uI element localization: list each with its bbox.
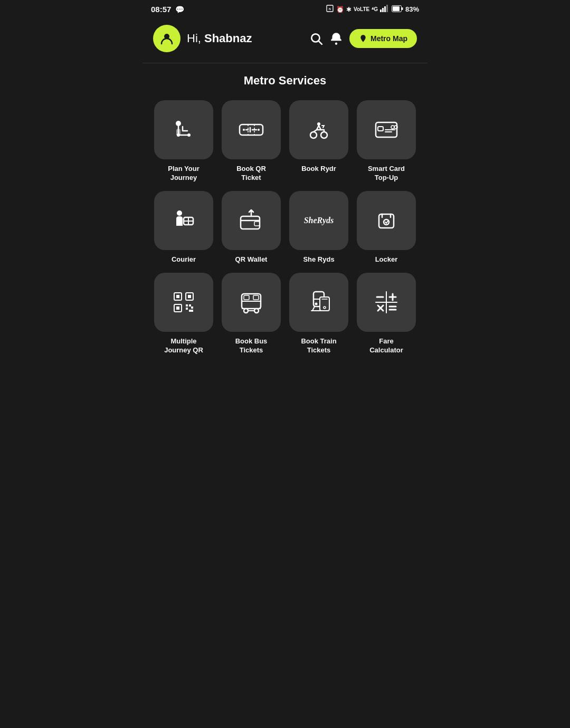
whatsapp-icon: 💬 <box>175 5 184 14</box>
battery-percent: 83% <box>405 5 419 13</box>
svg-rect-53 <box>244 295 249 300</box>
username: Shabnaz <box>204 32 252 45</box>
alarm-icon: ⏰ <box>336 6 344 13</box>
svg-rect-49 <box>189 310 191 312</box>
svg-text:N: N <box>329 7 331 11</box>
svg-rect-3 <box>382 8 384 12</box>
qr-wallet-label: QR Wallet <box>235 255 268 264</box>
svg-point-19 <box>258 129 260 131</box>
search-button[interactable] <box>309 32 323 45</box>
service-locker[interactable]: Locker <box>356 191 417 264</box>
multiple-journey-icon-box <box>154 273 213 332</box>
she-ryds-label: She Ryds <box>303 255 334 264</box>
she-ryds-text: SheRyds <box>304 216 334 225</box>
svg-rect-46 <box>189 304 191 306</box>
plan-journey-icon-box <box>154 100 213 159</box>
locker-icon-box <box>357 191 416 250</box>
service-she-ryds[interactable]: SheRyds She Ryds <box>288 191 349 264</box>
svg-rect-50 <box>191 310 193 312</box>
service-book-bus[interactable]: Book BusTickets <box>221 273 282 355</box>
svg-rect-35 <box>241 216 260 229</box>
smart-card-icon-box <box>357 100 416 159</box>
svg-point-56 <box>254 309 259 313</box>
service-qr-wallet[interactable]: QR Wallet <box>221 191 282 264</box>
service-book-train[interactable]: Book TrainTickets <box>288 273 349 355</box>
svg-rect-8 <box>402 7 403 10</box>
svg-point-61 <box>315 302 318 305</box>
svg-rect-36 <box>254 222 260 226</box>
fare-calculator-label: FareCalculator <box>369 337 403 355</box>
book-rydr-icon-box <box>289 100 348 159</box>
app-header: Hi, Shabnaz Metro Map <box>142 16 428 63</box>
network-icon: ⁴G <box>372 6 378 12</box>
plan-journey-label: Plan YourJourney <box>168 165 199 183</box>
svg-point-22 <box>310 132 317 138</box>
nfc-icon: N <box>326 4 334 14</box>
services-grid: Plan YourJourney Book QRTicket <box>153 100 417 355</box>
smart-card-label: Smart CardTop-Up <box>368 165 405 183</box>
svg-rect-42 <box>188 295 191 298</box>
svg-point-55 <box>244 309 248 313</box>
svg-point-14 <box>176 121 181 126</box>
svg-rect-7 <box>393 6 400 11</box>
svg-rect-26 <box>378 127 383 131</box>
svg-point-38 <box>384 219 389 225</box>
metro-map-label: Metro Map <box>370 34 407 43</box>
svg-point-29 <box>391 126 394 129</box>
book-qr-icon-box <box>222 100 281 159</box>
book-bus-icon-box <box>222 273 281 332</box>
notification-button[interactable] <box>329 32 343 45</box>
service-multiple-journey[interactable]: MultipleJourney QR <box>153 273 214 355</box>
svg-rect-48 <box>186 308 188 310</box>
fare-calculator-icon-box <box>357 273 416 332</box>
metro-services-section: Metro Services Plan YourJourney <box>142 74 428 370</box>
book-bus-label: Book BusTickets <box>235 337 268 355</box>
svg-point-24 <box>317 122 320 126</box>
book-train-label: Book TrainTickets <box>301 337 336 355</box>
courier-icon-box <box>154 191 213 250</box>
svg-rect-4 <box>384 6 386 12</box>
courier-label: Courier <box>172 255 196 264</box>
svg-line-11 <box>319 41 322 44</box>
svg-rect-47 <box>191 306 193 309</box>
service-book-rydr[interactable]: Book Rydr <box>288 100 349 183</box>
svg-rect-45 <box>186 304 188 306</box>
service-fare-calculator[interactable]: FareCalculator <box>356 273 417 355</box>
book-rydr-label: Book Rydr <box>301 165 336 174</box>
greeting-hi: Hi, <box>187 32 204 45</box>
service-smart-card[interactable]: Smart CardTop-Up <box>356 100 417 183</box>
service-book-qr[interactable]: Book QRTicket <box>221 100 282 183</box>
svg-point-23 <box>321 132 327 138</box>
service-plan-journey[interactable]: Plan YourJourney <box>153 100 214 183</box>
status-bar: 08:57 💬 N ⏰ ✱ VoLTE ⁴G 83% <box>142 0 428 16</box>
service-courier[interactable]: Courier <box>153 191 214 264</box>
svg-rect-44 <box>176 306 179 310</box>
battery-icon <box>392 5 403 14</box>
svg-rect-54 <box>253 295 259 300</box>
svg-rect-37 <box>379 214 394 228</box>
status-left: 08:57 💬 <box>151 5 184 14</box>
metro-map-button[interactable]: Metro Map <box>349 29 417 48</box>
she-ryds-icon-box: SheRyds <box>289 191 348 250</box>
section-title: Metro Services <box>153 74 417 88</box>
bluetooth-icon: ✱ <box>346 6 352 13</box>
status-time: 08:57 <box>151 5 171 14</box>
svg-rect-40 <box>176 295 179 298</box>
book-qr-label: Book QRTicket <box>236 165 266 183</box>
svg-point-18 <box>243 129 245 131</box>
svg-rect-2 <box>380 9 382 12</box>
header-actions: Metro Map <box>309 29 417 48</box>
locker-label: Locker <box>375 255 398 264</box>
svg-rect-5 <box>386 5 388 12</box>
greeting-text: Hi, Shabnaz <box>187 32 303 45</box>
signal-icon <box>380 5 390 14</box>
book-train-icon-box <box>289 273 348 332</box>
svg-point-12 <box>335 43 337 45</box>
avatar[interactable] <box>153 25 180 52</box>
header-divider <box>142 63 428 63</box>
multiple-journey-label: MultipleJourney QR <box>164 337 203 355</box>
status-right: N ⏰ ✱ VoLTE ⁴G 83% <box>326 4 419 14</box>
volte-icon: VoLTE <box>354 6 369 12</box>
qr-wallet-icon-box <box>222 191 281 250</box>
svg-point-31 <box>177 210 182 216</box>
